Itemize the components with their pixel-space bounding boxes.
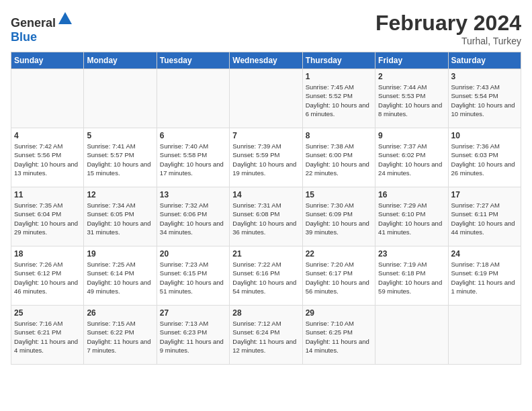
calendar-cell: 1Sunrise: 7:45 AM Sunset: 5:52 PM Daylig… — [302, 69, 375, 128]
calendar-cell: 16Sunrise: 7:29 AM Sunset: 6:10 PM Dayli… — [375, 187, 448, 246]
day-info: Sunrise: 7:37 AM Sunset: 6:02 PM Dayligh… — [378, 142, 445, 177]
calendar-cell: 14Sunrise: 7:31 AM Sunset: 6:08 PM Dayli… — [230, 187, 302, 246]
day-number: 10 — [451, 131, 518, 140]
day-number: 16 — [378, 190, 445, 199]
calendar-cell: 23Sunrise: 7:19 AM Sunset: 6:18 PM Dayli… — [375, 246, 448, 306]
day-info: Sunrise: 7:22 AM Sunset: 6:16 PM Dayligh… — [232, 260, 299, 295]
calendar-week-row: 11Sunrise: 7:35 AM Sunset: 6:04 PM Dayli… — [11, 187, 521, 246]
calendar-cell: 13Sunrise: 7:32 AM Sunset: 6:06 PM Dayli… — [157, 187, 229, 246]
day-info: Sunrise: 7:26 AM Sunset: 6:12 PM Dayligh… — [14, 260, 81, 295]
day-number: 21 — [232, 249, 299, 259]
day-number: 27 — [160, 308, 226, 318]
logo-general: General — [11, 16, 56, 30]
day-number: 6 — [160, 131, 226, 140]
day-number: 23 — [378, 249, 445, 259]
weekday-header-sunday: Sunday — [11, 52, 84, 69]
calendar-cell: 19Sunrise: 7:25 AM Sunset: 6:14 PM Dayli… — [84, 246, 157, 306]
calendar-cell: 9Sunrise: 7:37 AM Sunset: 6:02 PM Daylig… — [375, 128, 448, 187]
day-info: Sunrise: 7:29 AM Sunset: 6:10 PM Dayligh… — [378, 201, 445, 236]
calendar-cell: 5Sunrise: 7:41 AM Sunset: 5:57 PM Daylig… — [84, 128, 157, 187]
day-number: 2 — [378, 72, 445, 81]
day-info: Sunrise: 7:31 AM Sunset: 6:08 PM Dayligh… — [232, 201, 299, 236]
calendar-cell: 17Sunrise: 7:27 AM Sunset: 6:11 PM Dayli… — [448, 187, 521, 246]
calendar-cell — [448, 306, 521, 365]
weekday-header-tuesday: Tuesday — [157, 52, 229, 69]
day-number: 13 — [160, 190, 226, 199]
calendar-cell — [11, 69, 84, 128]
logo-text: General Blue — [11, 11, 73, 44]
day-number: 4 — [14, 131, 81, 140]
calendar-week-row: 18Sunrise: 7:26 AM Sunset: 6:12 PM Dayli… — [11, 246, 521, 306]
calendar-cell: 24Sunrise: 7:18 AM Sunset: 6:19 PM Dayli… — [448, 246, 521, 306]
day-info: Sunrise: 7:16 AM Sunset: 6:21 PM Dayligh… — [14, 319, 81, 355]
calendar-week-row: 25Sunrise: 7:16 AM Sunset: 6:21 PM Dayli… — [11, 306, 521, 365]
calendar-cell: 20Sunrise: 7:23 AM Sunset: 6:15 PM Dayli… — [157, 246, 229, 306]
day-number: 7 — [232, 131, 299, 140]
day-info: Sunrise: 7:32 AM Sunset: 6:06 PM Dayligh… — [160, 201, 226, 236]
calendar-cell: 6Sunrise: 7:40 AM Sunset: 5:58 PM Daylig… — [157, 128, 229, 187]
day-number: 29 — [306, 308, 372, 318]
day-number: 24 — [451, 249, 518, 259]
calendar-cell: 26Sunrise: 7:15 AM Sunset: 6:22 PM Dayli… — [84, 306, 157, 365]
calendar-cell: 2Sunrise: 7:44 AM Sunset: 5:53 PM Daylig… — [375, 69, 448, 128]
day-number: 18 — [14, 249, 81, 259]
calendar-cell: 4Sunrise: 7:42 AM Sunset: 5:56 PM Daylig… — [11, 128, 84, 187]
day-number: 5 — [87, 131, 153, 140]
logo-icon — [57, 11, 73, 27]
day-number: 19 — [87, 249, 153, 259]
calendar-cell: 25Sunrise: 7:16 AM Sunset: 6:21 PM Dayli… — [11, 306, 84, 365]
calendar-cell: 22Sunrise: 7:20 AM Sunset: 6:17 PM Dayli… — [302, 246, 375, 306]
logo: General Blue — [11, 11, 73, 44]
svg-marker-0 — [58, 12, 72, 24]
day-info: Sunrise: 7:18 AM Sunset: 6:19 PM Dayligh… — [451, 260, 518, 295]
day-info: Sunrise: 7:30 AM Sunset: 6:09 PM Dayligh… — [306, 201, 372, 236]
calendar-cell: 10Sunrise: 7:36 AM Sunset: 6:03 PM Dayli… — [448, 128, 521, 187]
day-info: Sunrise: 7:40 AM Sunset: 5:58 PM Dayligh… — [160, 142, 226, 177]
weekday-header-monday: Monday — [84, 52, 157, 69]
calendar-table: SundayMondayTuesdayWednesdayThursdayFrid… — [11, 52, 521, 365]
calendar-cell: 3Sunrise: 7:43 AM Sunset: 5:54 PM Daylig… — [448, 69, 521, 128]
title-block: February 2024 Turhal, Turkey — [375, 11, 521, 46]
weekday-header-row: SundayMondayTuesdayWednesdayThursdayFrid… — [11, 52, 521, 69]
calendar-cell — [157, 69, 229, 128]
weekday-header-saturday: Saturday — [448, 52, 521, 69]
calendar-cell: 8Sunrise: 7:38 AM Sunset: 6:00 PM Daylig… — [302, 128, 375, 187]
day-number: 1 — [306, 72, 372, 81]
day-number: 9 — [378, 131, 445, 140]
day-info: Sunrise: 7:43 AM Sunset: 5:54 PM Dayligh… — [451, 83, 518, 118]
day-info: Sunrise: 7:34 AM Sunset: 6:05 PM Dayligh… — [87, 201, 153, 236]
calendar-cell: 29Sunrise: 7:10 AM Sunset: 6:25 PM Dayli… — [302, 306, 375, 365]
day-number: 15 — [306, 190, 372, 199]
weekday-header-wednesday: Wednesday — [230, 52, 302, 69]
day-info: Sunrise: 7:25 AM Sunset: 6:14 PM Dayligh… — [87, 260, 153, 295]
day-info: Sunrise: 7:10 AM Sunset: 6:25 PM Dayligh… — [306, 319, 372, 355]
calendar-cell: 11Sunrise: 7:35 AM Sunset: 6:04 PM Dayli… — [11, 187, 84, 246]
logo-blue: Blue — [11, 30, 37, 44]
calendar-cell — [375, 306, 448, 365]
day-info: Sunrise: 7:36 AM Sunset: 6:03 PM Dayligh… — [451, 142, 518, 177]
day-number: 26 — [87, 308, 153, 318]
calendar-cell: 27Sunrise: 7:13 AM Sunset: 6:23 PM Dayli… — [157, 306, 229, 365]
weekday-header-thursday: Thursday — [302, 52, 375, 69]
day-info: Sunrise: 7:35 AM Sunset: 6:04 PM Dayligh… — [14, 201, 81, 236]
day-info: Sunrise: 7:13 AM Sunset: 6:23 PM Dayligh… — [160, 319, 226, 355]
day-info: Sunrise: 7:23 AM Sunset: 6:15 PM Dayligh… — [160, 260, 226, 295]
day-info: Sunrise: 7:20 AM Sunset: 6:17 PM Dayligh… — [306, 260, 372, 295]
day-number: 14 — [232, 190, 299, 199]
day-number: 17 — [451, 190, 518, 199]
day-info: Sunrise: 7:12 AM Sunset: 6:24 PM Dayligh… — [232, 319, 299, 355]
day-info: Sunrise: 7:41 AM Sunset: 5:57 PM Dayligh… — [87, 142, 153, 177]
day-number: 20 — [160, 249, 226, 259]
calendar-week-row: 4Sunrise: 7:42 AM Sunset: 5:56 PM Daylig… — [11, 128, 521, 187]
day-number: 11 — [14, 190, 81, 199]
calendar-cell: 28Sunrise: 7:12 AM Sunset: 6:24 PM Dayli… — [230, 306, 302, 365]
day-info: Sunrise: 7:39 AM Sunset: 5:59 PM Dayligh… — [232, 142, 299, 177]
day-number: 8 — [306, 131, 372, 140]
calendar-cell: 7Sunrise: 7:39 AM Sunset: 5:59 PM Daylig… — [230, 128, 302, 187]
calendar-cell — [84, 69, 157, 128]
day-info: Sunrise: 7:19 AM Sunset: 6:18 PM Dayligh… — [378, 260, 445, 295]
day-info: Sunrise: 7:27 AM Sunset: 6:11 PM Dayligh… — [451, 201, 518, 236]
day-info: Sunrise: 7:42 AM Sunset: 5:56 PM Dayligh… — [14, 142, 81, 177]
calendar-week-row: 1Sunrise: 7:45 AM Sunset: 5:52 PM Daylig… — [11, 69, 521, 128]
day-number: 22 — [306, 249, 372, 259]
